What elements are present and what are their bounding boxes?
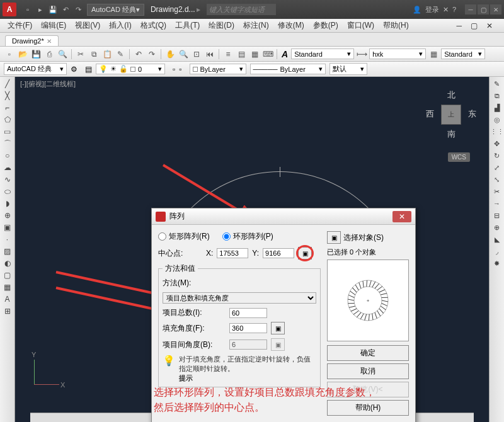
menu-help[interactable]: 帮助(H) <box>379 19 413 32</box>
menu-edit[interactable]: 编辑(E) <box>37 19 70 32</box>
addsel-icon[interactable]: ⊞ <box>1 305 14 317</box>
login-link[interactable]: 登录 <box>425 5 439 14</box>
chamfer-icon[interactable]: ◣ <box>491 234 503 245</box>
ellipse-icon[interactable]: ⬭ <box>1 186 14 197</box>
zoom-prev-icon[interactable]: ⏮ <box>204 48 215 60</box>
ellipse-arc-icon[interactable]: ◗ <box>1 198 14 209</box>
polygon-icon[interactable]: ⬠ <box>1 114 14 125</box>
select-objects-button[interactable]: ▣ <box>327 231 341 244</box>
table-icon[interactable]: ▦ <box>1 282 14 293</box>
doc-close-icon[interactable]: ✕ <box>483 20 496 31</box>
paste-icon[interactable]: 📋 <box>101 48 113 60</box>
menu-window[interactable]: 窗口(W) <box>343 19 378 32</box>
document-tab[interactable]: Drawing2* ✕ <box>5 35 59 46</box>
mirror-icon[interactable]: ▟ <box>491 102 503 113</box>
polar-array-radio[interactable]: 环形阵列(P) <box>222 231 273 242</box>
move-icon[interactable]: ✥ <box>491 138 503 149</box>
qat-undo-icon[interactable]: ↶ <box>60 4 71 14</box>
viewcube-north[interactable]: 北 <box>447 89 455 101</box>
text-a-icon[interactable]: A <box>282 49 288 59</box>
menu-insert[interactable]: 插入(I) <box>105 19 135 32</box>
explode-icon[interactable]: ✸ <box>491 258 503 269</box>
menu-draw[interactable]: 绘图(D) <box>205 19 238 32</box>
redo-icon[interactable]: ↷ <box>146 48 158 60</box>
pan-icon[interactable]: ✋ <box>164 48 176 60</box>
trim-icon[interactable]: ✂ <box>491 186 503 197</box>
tab-close-icon[interactable]: ✕ <box>47 38 52 45</box>
rotate-icon[interactable]: ↻ <box>491 150 503 161</box>
viewcube-west[interactable]: 西 <box>426 108 434 120</box>
offset-icon[interactable]: ◎ <box>491 114 503 125</box>
dimstyle-dropdown[interactable]: hxk▾ <box>369 48 426 59</box>
view-cube[interactable]: 北 南 西 东 上 <box>426 89 476 140</box>
qat-save-icon[interactable]: 💾 <box>48 4 58 14</box>
cut-icon[interactable]: ✂ <box>75 48 86 60</box>
print-icon[interactable]: ⎙ <box>43 48 55 60</box>
qat-new-icon[interactable]: ▫ <box>23 4 33 14</box>
dim-icon[interactable]: ⟼ <box>356 48 367 60</box>
zoom-window-icon[interactable]: ⊡ <box>191 48 202 60</box>
viewcube-face[interactable]: 上 <box>441 105 461 125</box>
viewcube-south[interactable]: 南 <box>447 128 455 140</box>
xline-icon[interactable]: ╳ <box>1 90 14 101</box>
layer-iso-icon[interactable]: ▫ <box>173 65 175 74</box>
copy-obj-icon[interactable]: ⧉ <box>491 90 503 101</box>
table-icon[interactable]: ▦ <box>428 48 439 60</box>
extend-icon[interactable]: → <box>491 198 503 209</box>
menu-view[interactable]: 视图(V) <box>71 19 104 32</box>
dialog-close-button[interactable]: ✕ <box>392 211 411 222</box>
calc-icon[interactable]: ⌨ <box>262 48 273 60</box>
ws-settings-icon[interactable]: ⚙ <box>71 65 77 74</box>
wcs-badge[interactable]: WCS <box>448 152 470 162</box>
method-select[interactable]: 项目总数和填充角度 <box>163 292 316 304</box>
pick-fill-button[interactable]: ▣ <box>271 322 285 334</box>
menu-format[interactable]: 格式(Q) <box>137 19 170 32</box>
color-dropdown[interactable]: ByLayer▾ <box>190 64 246 74</box>
join-icon[interactable]: ⊕ <box>491 222 503 233</box>
open-icon[interactable]: 📂 <box>17 48 28 60</box>
gradient-icon[interactable]: ◐ <box>1 258 14 269</box>
array-icon[interactable]: ⋮⋮ <box>491 126 503 137</box>
tool-palette-icon[interactable]: ▦ <box>249 48 260 60</box>
arc-icon[interactable]: ⌒ <box>1 138 14 149</box>
layer-props-icon[interactable]: ▤ <box>85 65 92 74</box>
break-icon[interactable]: ⊟ <box>491 210 503 221</box>
doc-dropdown-icon[interactable]: ▸ <box>197 5 200 14</box>
region-icon[interactable]: ▢ <box>1 270 14 281</box>
app-logo[interactable]: A <box>3 3 16 16</box>
fill-input[interactable] <box>229 323 267 333</box>
menu-modify[interactable]: 修改(M) <box>274 19 308 32</box>
undo-icon[interactable]: ↶ <box>133 48 144 60</box>
rect-array-radio[interactable]: 矩形阵列(R) <box>158 231 210 242</box>
layer-off-icon[interactable]: ▫ <box>179 65 181 74</box>
block-icon[interactable]: ▣ <box>1 222 14 233</box>
menu-file[interactable]: 文件(F) <box>4 19 36 32</box>
linetype-dropdown[interactable]: ─────ByLayer▾ <box>250 64 326 74</box>
rectangle-icon[interactable]: ▭ <box>1 126 14 137</box>
save-icon[interactable]: 💾 <box>30 48 42 60</box>
close-button[interactable]: ✕ <box>490 4 501 14</box>
point-icon[interactable]: · <box>1 234 14 245</box>
minimize-button[interactable]: ─ <box>465 4 476 14</box>
insert-icon[interactable]: ⊕ <box>1 210 14 221</box>
mtext-icon[interactable]: A <box>1 294 14 305</box>
doc-min-icon[interactable]: ─ <box>452 20 466 31</box>
preview-icon[interactable]: 🔍 <box>57 48 68 60</box>
menu-dimension[interactable]: 标注(N) <box>239 19 273 32</box>
erase-icon[interactable]: ✎ <box>491 78 503 89</box>
pick-center-button[interactable]: ▣ <box>298 247 312 259</box>
new-icon[interactable]: ▫ <box>4 48 15 60</box>
textstyle-dropdown[interactable]: Standard▾ <box>291 48 354 59</box>
user-icon[interactable]: 👤 <box>413 6 421 14</box>
workspace-dropdown[interactable]: AutoCAD 经典 ▾ <box>87 4 144 16</box>
dsheet-icon[interactable]: ▤ <box>236 48 247 60</box>
layer-dropdown[interactable]: 💡 ☀ 🔓 0 ▾ <box>96 64 165 74</box>
doc-max-icon[interactable]: ▢ <box>467 20 481 31</box>
ok-button[interactable]: 确定 <box>327 345 409 361</box>
polyline-icon[interactable]: ⌐ <box>1 102 14 113</box>
dialog-titlebar[interactable]: 阵列 ✕ <box>152 208 415 225</box>
menu-tools[interactable]: 工具(T) <box>171 19 203 32</box>
lineweight-dropdown[interactable]: 默认▾ <box>329 63 367 75</box>
props-icon[interactable]: ≡ <box>222 48 234 60</box>
spline-icon[interactable]: ∿ <box>1 174 14 185</box>
